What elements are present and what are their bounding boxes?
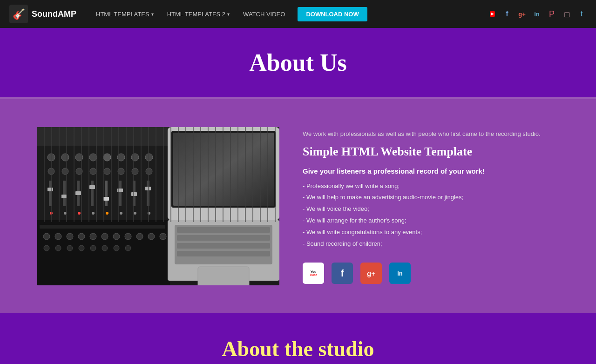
hero-banner: About Us: [0, 28, 596, 97]
svg-text:🎸: 🎸: [13, 8, 26, 20]
svg-point-7: [75, 154, 83, 161]
svg-point-47: [43, 233, 50, 240]
youtube-label: You Tube: [310, 270, 317, 276]
linkedin-label: in: [397, 270, 403, 277]
svg-point-10: [117, 154, 125, 161]
guitar-icon: 🎸: [9, 5, 28, 23]
nav-links: HTML TEMPLATES ▾ HTML TEMPLATES 2 ▾ WATC…: [90, 7, 480, 21]
svg-point-53: [113, 233, 120, 240]
svg-point-48: [55, 233, 61, 240]
svg-rect-29: [47, 188, 53, 191]
linkedin-social-button[interactable]: in: [389, 263, 411, 284]
svg-point-38: [64, 212, 67, 215]
facebook-label: f: [341, 268, 344, 279]
content-subtitle: We work with professionals as well as wi…: [303, 129, 559, 139]
bottom-title: About the studio: [9, 337, 587, 361]
studio-svg: [37, 127, 279, 285]
svg-point-15: [76, 168, 82, 175]
svg-rect-76: [198, 267, 249, 285]
nav-pinterest-icon[interactable]: P: [547, 9, 557, 19]
navbar: 🎸 SoundAMP HTML TEMPLATES ▾ HTML TEMPLAT…: [0, 0, 596, 28]
svg-point-59: [55, 245, 61, 251]
brand-logo[interactable]: 🎸 SoundAMP: [9, 5, 76, 23]
svg-point-52: [102, 233, 108, 240]
svg-point-40: [92, 212, 95, 215]
bottom-section: About the studio: [0, 313, 596, 364]
content-section: We work with professionals as well as wi…: [0, 99, 596, 313]
svg-point-37: [50, 212, 53, 215]
svg-point-6: [61, 154, 69, 161]
svg-point-62: [90, 245, 96, 251]
nav-social-icons: ▶ f g+ in P ◻ t: [487, 9, 587, 19]
nav-html-templates[interactable]: HTML TEMPLATES ▾: [90, 7, 159, 21]
list-item: - We will arrange for the author's song;: [303, 216, 559, 226]
svg-rect-34: [117, 189, 123, 192]
brand-name: SoundAMP: [32, 9, 76, 19]
nav-googleplus-icon[interactable]: g+: [517, 9, 527, 19]
content-right: We work with professionals as well as wi…: [303, 127, 559, 284]
svg-point-18: [118, 168, 124, 175]
social-icons-row: You Tube f g+ in: [303, 263, 559, 284]
svg-point-44: [148, 212, 150, 215]
svg-rect-25: [105, 181, 108, 206]
svg-rect-67: [171, 131, 276, 208]
svg-rect-26: [119, 181, 122, 206]
svg-point-8: [89, 154, 97, 161]
nav-twitter-icon[interactable]: t: [576, 9, 587, 19]
dropdown-caret-1: ▾: [151, 12, 154, 17]
nav-watch-video[interactable]: WATCH VIDEO: [237, 7, 291, 21]
googleplus-social-button[interactable]: g+: [360, 263, 382, 284]
svg-point-5: [47, 154, 55, 161]
nav-facebook-icon[interactable]: f: [502, 9, 512, 19]
svg-point-63: [102, 245, 108, 251]
svg-rect-68: [173, 133, 274, 206]
svg-rect-28: [147, 181, 149, 206]
svg-rect-4: [37, 146, 168, 220]
dropdown-caret-2: ▾: [227, 12, 230, 17]
list-item: - Professionally we will write a song;: [303, 182, 559, 191]
svg-rect-69: [173, 133, 274, 206]
download-now-button[interactable]: DOWNLOAD NOW: [298, 7, 367, 21]
svg-point-51: [90, 233, 96, 240]
svg-rect-32: [89, 185, 95, 189]
svg-point-16: [90, 168, 96, 175]
svg-rect-22: [63, 181, 66, 206]
svg-point-39: [78, 212, 81, 215]
svg-point-19: [132, 168, 138, 175]
svg-point-49: [67, 233, 73, 240]
svg-rect-66: [168, 127, 279, 220]
svg-rect-46: [40, 225, 165, 229]
svg-rect-3: [37, 127, 279, 220]
svg-rect-45: [37, 220, 170, 285]
svg-point-13: [48, 168, 54, 175]
nav-html-templates-2[interactable]: HTML TEMPLATES 2 ▾: [162, 7, 235, 21]
svg-rect-75: [177, 251, 270, 256]
svg-rect-72: [177, 227, 270, 233]
svg-rect-74: [177, 243, 270, 249]
svg-point-12: [145, 154, 153, 161]
svg-rect-73: [177, 235, 270, 241]
svg-rect-31: [75, 191, 81, 195]
svg-rect-23: [77, 181, 80, 206]
svg-point-50: [78, 233, 85, 240]
facebook-social-button[interactable]: f: [332, 263, 353, 284]
svg-point-60: [67, 245, 73, 251]
studio-image: [37, 127, 279, 285]
svg-point-57: [160, 233, 166, 240]
list-item: - Sound recording of children;: [303, 239, 559, 249]
page-title: About Us: [9, 49, 587, 76]
svg-point-20: [146, 168, 152, 175]
svg-point-54: [125, 233, 131, 240]
nav-linkedin-icon[interactable]: in: [532, 9, 542, 19]
svg-point-56: [148, 233, 155, 240]
svg-rect-33: [103, 197, 109, 201]
nav-instagram-icon[interactable]: ◻: [562, 9, 572, 19]
youtube-social-button[interactable]: You Tube: [303, 263, 324, 284]
googleplus-label: g+: [367, 270, 375, 277]
svg-point-64: [114, 245, 119, 251]
svg-point-9: [103, 154, 111, 161]
svg-rect-21: [49, 181, 52, 206]
nav-youtube-icon[interactable]: ▶: [487, 9, 497, 19]
content-subheading: Give your listeners a professional recor…: [303, 167, 559, 175]
svg-point-43: [134, 212, 136, 215]
